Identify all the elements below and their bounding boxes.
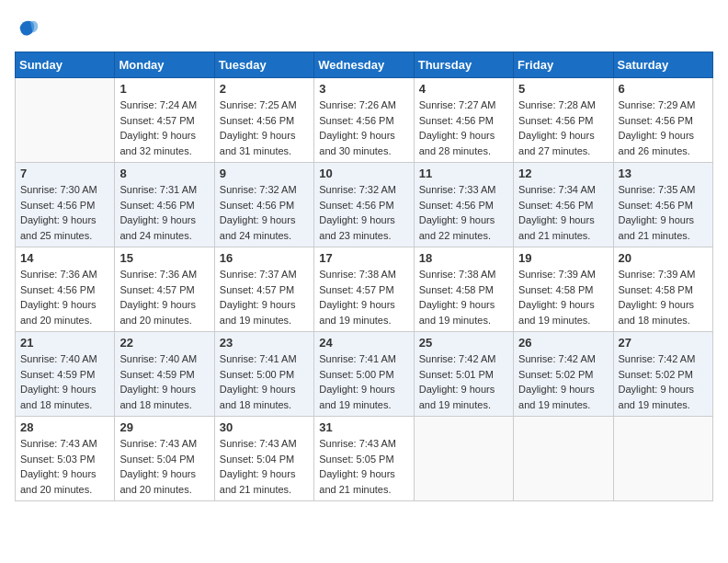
logo-icon (15, 15, 40, 40)
day-info: Sunrise: 7:42 AMSunset: 5:01 PMDaylight:… (419, 351, 508, 412)
day-info: Sunrise: 7:39 AMSunset: 4:58 PMDaylight:… (518, 267, 608, 327)
day-info: Sunrise: 7:27 AMSunset: 4:56 PMDaylight:… (419, 98, 508, 158)
day-info: Sunrise: 7:25 AMSunset: 4:56 PMDaylight:… (220, 98, 309, 158)
day-number: 2 (220, 82, 309, 96)
day-info: Sunrise: 7:32 AMSunset: 4:56 PMDaylight:… (319, 182, 408, 243)
calendar-cell: 14Sunrise: 7:36 AMSunset: 4:56 PMDayligh… (16, 247, 115, 332)
calendar-cell: 22Sunrise: 7:40 AMSunset: 4:59 PMDayligh… (115, 332, 214, 417)
calendar-cell: 16Sunrise: 7:37 AMSunset: 4:57 PMDayligh… (214, 247, 313, 332)
calendar-cell: 8Sunrise: 7:31 AMSunset: 4:56 PMDaylight… (115, 163, 214, 247)
day-number: 4 (419, 82, 508, 96)
day-number: 14 (20, 251, 109, 265)
day-info: Sunrise: 7:41 AMSunset: 5:00 PMDaylight:… (220, 351, 309, 412)
day-number: 24 (319, 336, 408, 350)
calendar-week-row: 14Sunrise: 7:36 AMSunset: 4:56 PMDayligh… (16, 247, 713, 332)
day-number: 21 (20, 336, 109, 350)
calendar-header-row: SundayMondayTuesdayWednesdayThursdayFrid… (16, 52, 713, 78)
day-info: Sunrise: 7:31 AMSunset: 4:56 PMDaylight:… (119, 182, 209, 243)
day-number: 16 (220, 251, 309, 265)
calendar-cell: 4Sunrise: 7:27 AMSunset: 4:56 PMDaylight… (414, 78, 513, 163)
calendar-cell: 19Sunrise: 7:39 AMSunset: 4:58 PMDayligh… (514, 247, 613, 332)
day-number: 5 (518, 82, 608, 96)
calendar-cell: 26Sunrise: 7:42 AMSunset: 5:02 PMDayligh… (514, 332, 613, 417)
day-number: 11 (419, 167, 508, 180)
calendar-cell: 12Sunrise: 7:34 AMSunset: 4:56 PMDayligh… (514, 163, 613, 247)
day-info: Sunrise: 7:33 AMSunset: 4:56 PMDaylight:… (419, 182, 508, 243)
calendar-cell: 20Sunrise: 7:39 AMSunset: 4:58 PMDayligh… (613, 247, 712, 332)
calendar-cell (613, 417, 712, 501)
calendar-cell (16, 78, 115, 163)
calendar-cell: 25Sunrise: 7:42 AMSunset: 5:01 PMDayligh… (414, 332, 513, 417)
day-info: Sunrise: 7:43 AMSunset: 5:04 PMDaylight:… (119, 436, 209, 497)
calendar-cell: 24Sunrise: 7:41 AMSunset: 5:00 PMDayligh… (314, 332, 414, 417)
calendar-cell: 10Sunrise: 7:32 AMSunset: 4:56 PMDayligh… (314, 163, 414, 247)
calendar-cell: 2Sunrise: 7:25 AMSunset: 4:56 PMDaylight… (214, 78, 313, 163)
calendar-cell: 11Sunrise: 7:33 AMSunset: 4:56 PMDayligh… (414, 163, 513, 247)
calendar-cell: 3Sunrise: 7:26 AMSunset: 4:56 PMDaylight… (314, 78, 414, 163)
day-number: 23 (220, 336, 309, 350)
page-header (15, 15, 713, 40)
day-number: 25 (419, 336, 508, 350)
calendar-cell: 6Sunrise: 7:29 AMSunset: 4:56 PMDaylight… (613, 78, 712, 163)
header-friday: Friday (514, 52, 613, 78)
day-number: 29 (119, 420, 209, 434)
day-info: Sunrise: 7:40 AMSunset: 4:59 PMDaylight:… (119, 351, 209, 412)
day-info: Sunrise: 7:42 AMSunset: 5:02 PMDaylight:… (619, 351, 708, 412)
day-info: Sunrise: 7:26 AMSunset: 4:56 PMDaylight:… (319, 98, 408, 158)
day-number: 9 (220, 167, 309, 180)
calendar-cell (514, 417, 613, 501)
calendar-cell: 17Sunrise: 7:38 AMSunset: 4:57 PMDayligh… (314, 247, 414, 332)
logo (15, 15, 44, 40)
calendar-week-row: 21Sunrise: 7:40 AMSunset: 4:59 PMDayligh… (16, 332, 713, 417)
day-info: Sunrise: 7:30 AMSunset: 4:56 PMDaylight:… (20, 182, 109, 243)
day-info: Sunrise: 7:41 AMSunset: 5:00 PMDaylight:… (319, 351, 408, 412)
calendar-cell: 18Sunrise: 7:38 AMSunset: 4:58 PMDayligh… (414, 247, 513, 332)
calendar-table: SundayMondayTuesdayWednesdayThursdayFrid… (15, 52, 713, 501)
header-sunday: Sunday (16, 52, 115, 78)
calendar-cell: 30Sunrise: 7:43 AMSunset: 5:04 PMDayligh… (214, 417, 313, 501)
day-number: 10 (319, 167, 408, 180)
day-number: 18 (419, 251, 508, 265)
calendar-cell: 21Sunrise: 7:40 AMSunset: 4:59 PMDayligh… (16, 332, 115, 417)
calendar-cell: 9Sunrise: 7:32 AMSunset: 4:56 PMDaylight… (214, 163, 313, 247)
day-number: 8 (119, 167, 209, 180)
day-number: 17 (319, 251, 408, 265)
day-number: 6 (619, 82, 708, 96)
day-info: Sunrise: 7:32 AMSunset: 4:56 PMDaylight:… (220, 182, 309, 243)
calendar-cell: 23Sunrise: 7:41 AMSunset: 5:00 PMDayligh… (214, 332, 313, 417)
day-number: 28 (20, 420, 109, 434)
calendar-week-row: 28Sunrise: 7:43 AMSunset: 5:03 PMDayligh… (16, 417, 713, 501)
header-monday: Monday (115, 52, 214, 78)
calendar-cell: 7Sunrise: 7:30 AMSunset: 4:56 PMDaylight… (16, 163, 115, 247)
calendar-cell: 5Sunrise: 7:28 AMSunset: 4:56 PMDaylight… (514, 78, 613, 163)
day-number: 13 (619, 167, 708, 180)
day-number: 30 (220, 420, 309, 434)
day-number: 3 (319, 82, 408, 96)
day-number: 20 (619, 251, 708, 265)
day-info: Sunrise: 7:38 AMSunset: 4:57 PMDaylight:… (319, 267, 408, 327)
header-tuesday: Tuesday (214, 52, 313, 78)
calendar-cell: 1Sunrise: 7:24 AMSunset: 4:57 PMDaylight… (115, 78, 214, 163)
day-number: 27 (619, 336, 708, 350)
calendar-cell: 29Sunrise: 7:43 AMSunset: 5:04 PMDayligh… (115, 417, 214, 501)
calendar-cell (414, 417, 513, 501)
day-info: Sunrise: 7:36 AMSunset: 4:56 PMDaylight:… (20, 267, 109, 327)
day-info: Sunrise: 7:34 AMSunset: 4:56 PMDaylight:… (518, 182, 608, 243)
day-info: Sunrise: 7:38 AMSunset: 4:58 PMDaylight:… (419, 267, 508, 327)
calendar-cell: 28Sunrise: 7:43 AMSunset: 5:03 PMDayligh… (16, 417, 115, 501)
day-number: 26 (518, 336, 608, 350)
day-number: 19 (518, 251, 608, 265)
day-info: Sunrise: 7:43 AMSunset: 5:04 PMDaylight:… (220, 436, 309, 497)
calendar-cell: 15Sunrise: 7:36 AMSunset: 4:57 PMDayligh… (115, 247, 214, 332)
calendar-cell: 31Sunrise: 7:43 AMSunset: 5:05 PMDayligh… (314, 417, 414, 501)
day-info: Sunrise: 7:28 AMSunset: 4:56 PMDaylight:… (518, 98, 608, 158)
day-info: Sunrise: 7:35 AMSunset: 4:56 PMDaylight:… (619, 182, 708, 243)
day-info: Sunrise: 7:43 AMSunset: 5:03 PMDaylight:… (20, 436, 109, 497)
header-saturday: Saturday (613, 52, 712, 78)
day-number: 7 (20, 167, 109, 180)
day-number: 1 (119, 82, 209, 96)
day-number: 22 (119, 336, 209, 350)
header-wednesday: Wednesday (314, 52, 414, 78)
day-info: Sunrise: 7:39 AMSunset: 4:58 PMDaylight:… (619, 267, 708, 327)
calendar-cell: 27Sunrise: 7:42 AMSunset: 5:02 PMDayligh… (613, 332, 712, 417)
